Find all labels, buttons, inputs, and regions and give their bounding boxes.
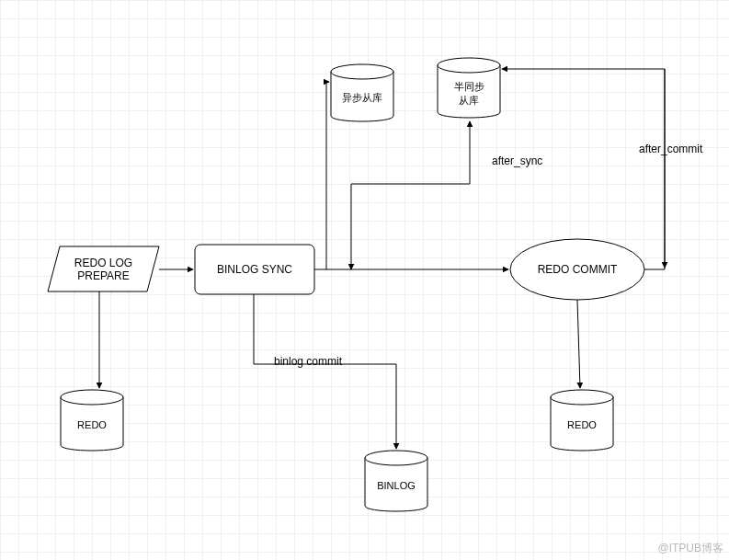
redo-left-label: REDO (61, 403, 123, 447)
redo-right-label: REDO (551, 403, 613, 447)
binlog-commit-label: binlog commit (274, 355, 342, 368)
after-commit-label: after_commit (639, 143, 702, 155)
binlog-label: BINLOG (365, 463, 427, 508)
arrow-after-sync (351, 121, 470, 269)
binlog-sync: BINLOG SYNC (195, 245, 314, 294)
diagram-canvas: REDO LOG PREPARE BINLOG SYNC REDO COMMIT… (0, 0, 729, 560)
semisync-slave-label: 半同步 从库 (438, 72, 500, 116)
redo-log-prepare: REDO LOG PREPARE (48, 246, 159, 291)
arrow-binlog-commit (254, 294, 396, 449)
arrow-to-async-slave (326, 82, 329, 269)
redo-commit: REDO COMMIT (510, 239, 644, 300)
after-sync-label: after_sync (492, 154, 542, 167)
async-slave-label: 异步从库 (331, 75, 393, 120)
svg-point-1 (438, 58, 500, 73)
arrow-commit-to-redo (577, 300, 580, 388)
watermark: @ITPUB博客 (657, 541, 723, 556)
